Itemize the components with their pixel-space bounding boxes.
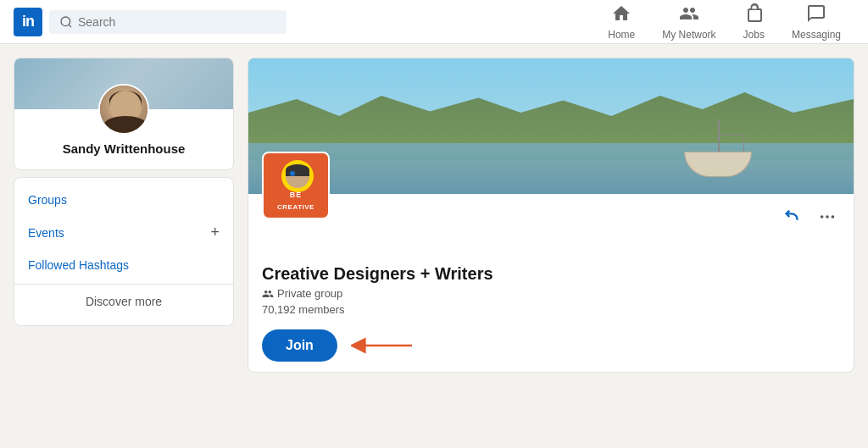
group-logo-circle — [281, 160, 314, 192]
search-icon — [59, 15, 73, 29]
header-left: in — [14, 8, 287, 36]
group-icon — [262, 288, 274, 300]
group-body: BE CREATIVE — [248, 194, 854, 372]
group-logo-be-text: BE — [264, 191, 328, 199]
share-button[interactable] — [779, 204, 804, 234]
sidebar-hashtags-label: Followed Hashtags — [28, 258, 129, 272]
banner-water — [248, 143, 854, 194]
nav-home[interactable]: Home — [594, 0, 648, 44]
main-content: Sandy Writtenhouse Groups Events + Follo… — [0, 44, 868, 386]
header: in Home My Network Jobs — [0, 0, 868, 44]
group-card: BE CREATIVE — [248, 58, 854, 373]
avatar — [98, 84, 149, 135]
join-button[interactable]: Join — [262, 329, 337, 362]
group-logo-face — [286, 164, 309, 188]
left-sidebar: Sandy Writtenhouse Groups Events + Follo… — [14, 58, 234, 373]
sidebar-item-events[interactable]: Events + — [14, 215, 233, 250]
sidebar-links: Groups Events + Followed Hashtags Discov… — [14, 177, 234, 326]
profile-card: Sandy Writtenhouse — [14, 58, 234, 170]
profile-name: Sandy Writtenhouse — [14, 141, 233, 169]
main-area: BE CREATIVE — [248, 58, 854, 373]
avatar-body — [104, 116, 147, 133]
nav-home-label: Home — [608, 29, 635, 41]
svg-point-0 — [61, 17, 70, 26]
group-logo-eye — [290, 171, 295, 176]
group-meta: Private group — [262, 287, 840, 300]
group-title: Creative Designers + Writers — [262, 264, 840, 284]
discover-more-button[interactable]: Discover more — [14, 284, 233, 318]
avatar-wrap — [14, 84, 233, 135]
svg-point-1 — [821, 215, 824, 218]
sidebar-groups-label: Groups — [28, 193, 67, 207]
svg-point-2 — [826, 215, 829, 218]
sidebar-item-groups[interactable]: Groups — [14, 185, 233, 215]
nav-my-network[interactable]: My Network — [648, 0, 729, 44]
search-input[interactable] — [78, 15, 276, 29]
more-options-button[interactable] — [815, 204, 840, 234]
sidebar-item-hashtags[interactable]: Followed Hashtags — [14, 250, 233, 280]
messaging-icon — [806, 3, 826, 27]
group-banner — [248, 58, 854, 194]
nav-jobs-label: Jobs — [743, 29, 765, 41]
group-logo: BE CREATIVE — [262, 152, 330, 219]
main-nav: Home My Network Jobs Messaging — [594, 0, 854, 44]
group-actions — [262, 204, 840, 234]
group-members: 70,192 members — [262, 303, 840, 316]
nav-jobs[interactable]: Jobs — [730, 0, 778, 44]
home-icon — [611, 3, 632, 27]
nav-network-label: My Network — [662, 29, 715, 41]
group-join-row: Join — [262, 329, 840, 362]
add-event-icon[interactable]: + — [210, 224, 220, 241]
nav-messaging[interactable]: Messaging — [778, 0, 854, 44]
search-bar[interactable] — [49, 10, 287, 34]
boat — [684, 135, 752, 177]
linkedin-logo[interactable]: in — [14, 8, 42, 36]
group-logo-creative-text: CREATIVE — [264, 203, 328, 211]
svg-point-3 — [832, 215, 835, 218]
jobs-icon — [743, 3, 764, 27]
nav-messaging-label: Messaging — [792, 29, 841, 41]
group-privacy: Private group — [277, 287, 342, 300]
sidebar-events-label: Events — [28, 226, 64, 240]
arrow-indicator — [351, 334, 419, 357]
network-icon — [679, 3, 699, 27]
arrow-icon — [351, 334, 419, 357]
